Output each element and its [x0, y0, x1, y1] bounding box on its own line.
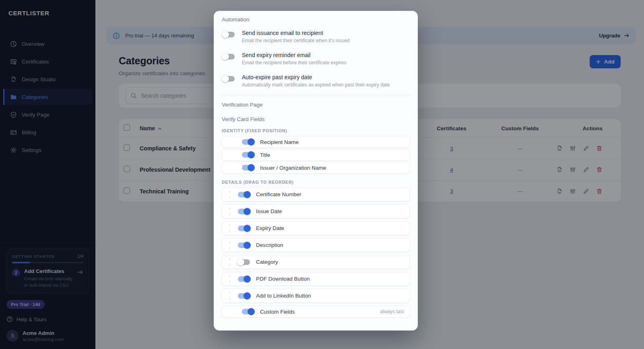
field-label: Certificate Number [256, 191, 301, 197]
details-field-row: ↑↓ PDF Download Button [222, 272, 410, 286]
details-field-row: ↑↓ Issue Date [222, 204, 410, 218]
field-label: PDF Download Button [256, 276, 310, 282]
field-toggle-switch[interactable] [237, 275, 251, 283]
field-label: Description [256, 242, 283, 248]
identity-group-header: IDENTITY (FIXED POSITION) [222, 128, 410, 133]
automation-section-title: Automation [222, 16, 410, 23]
field-toggle-switch[interactable] [241, 164, 255, 171]
identity-field-row: Title [222, 149, 410, 161]
move-down-icon[interactable]: ↓ [227, 263, 232, 267]
automation-toggle-row: Auto-expire past expiry date Automatical… [222, 74, 410, 89]
move-up-icon[interactable]: ↑ [227, 207, 232, 211]
field-toggle-switch[interactable] [237, 191, 251, 198]
identity-field-row: Issuer / Organization Name [222, 162, 410, 174]
details-field-row: ↑↓ Certificate Number [222, 187, 410, 201]
move-up-icon[interactable]: ↑ [227, 274, 232, 278]
move-up-icon[interactable]: ↑ [227, 257, 232, 261]
details-group-header: DETAILS (DRAG TO REORDER) [222, 180, 410, 185]
verification-page-title: Verification Page [222, 102, 410, 108]
field-toggle-switch[interactable] [241, 308, 255, 315]
field-toggle-switch[interactable] [237, 259, 251, 266]
automation-toggle-row: Send expiry reminder email Email the rec… [222, 52, 410, 67]
move-up-icon[interactable]: ↑ [227, 240, 232, 244]
reorder-arrows[interactable]: ↑↓ [227, 224, 232, 232]
move-up-icon[interactable]: ↑ [227, 224, 232, 228]
toggle-title: Send expiry reminder email [242, 52, 346, 58]
details-field-row: ↑↓ Add to LinkedIn Button [222, 289, 410, 303]
details-field-row: ↑↓ Category [222, 255, 410, 269]
verify-card-fields-title: Verify Card Fields [222, 116, 410, 122]
field-toggle-switch[interactable] [237, 208, 251, 215]
move-up-icon[interactable]: ↑ [227, 190, 232, 194]
settings-modal: Automation Send issuance email to recipi… [214, 11, 418, 331]
details-field-row: ↑↓ Description [222, 238, 410, 252]
toggle-title: Auto-expire past expiry date [242, 74, 390, 80]
identity-field-row: Recipient Name [222, 136, 410, 148]
field-toggle-switch[interactable] [237, 225, 251, 232]
toggle-title: Send issuance email to recipient [242, 30, 350, 36]
field-label: Recipient Name [260, 139, 299, 145]
field-toggle-switch[interactable] [241, 138, 255, 146]
field-toggle-switch[interactable] [237, 242, 251, 249]
toggle-description: Email the recipient before their certifi… [242, 60, 346, 66]
move-down-icon[interactable]: ↓ [227, 229, 232, 233]
move-down-icon[interactable]: ↓ [227, 296, 232, 300]
automation-toggle-switch[interactable] [222, 75, 235, 82]
divider [222, 96, 410, 96]
field-label: Custom Fields [260, 309, 295, 315]
details-field-row: ↑↓ Expiry Date [222, 221, 410, 235]
app-root: CERTLISTER OverviewCertificatesPDFDesign… [0, 0, 644, 349]
field-label: Title [260, 152, 270, 158]
move-up-icon[interactable]: ↑ [227, 291, 232, 295]
custom-fields-row: Custom Fields always last [222, 306, 410, 318]
toggle-description: Automatically mark certificates as expir… [242, 82, 390, 88]
reorder-arrows[interactable]: ↑↓ [227, 240, 232, 249]
reorder-arrows[interactable]: ↑↓ [227, 291, 232, 300]
automation-toggle-row: Send issuance email to recipient Email t… [222, 30, 410, 45]
reorder-arrows[interactable]: ↑↓ [227, 274, 232, 283]
move-down-icon[interactable]: ↓ [227, 279, 232, 283]
reorder-arrows[interactable]: ↑↓ [227, 257, 232, 266]
automation-toggle-switch[interactable] [222, 53, 235, 60]
field-label: Issuer / Organization Name [260, 165, 326, 171]
move-down-icon[interactable]: ↓ [227, 212, 232, 216]
field-toggle-switch[interactable] [241, 151, 255, 158]
reorder-arrows[interactable]: ↑↓ [227, 190, 232, 199]
field-label: Category [256, 259, 278, 265]
field-label: Expiry Date [256, 225, 284, 231]
move-down-icon[interactable]: ↓ [227, 195, 232, 199]
always-last-note: always last [380, 309, 404, 314]
field-label: Issue Date [256, 208, 282, 214]
move-down-icon[interactable]: ↓ [227, 246, 232, 250]
automation-toggle-switch[interactable] [222, 31, 235, 38]
toggle-description: Email the recipient their certificate wh… [242, 38, 350, 43]
field-toggle-switch[interactable] [237, 292, 251, 300]
reorder-arrows[interactable]: ↑↓ [227, 207, 232, 216]
field-label: Add to LinkedIn Button [256, 293, 311, 299]
